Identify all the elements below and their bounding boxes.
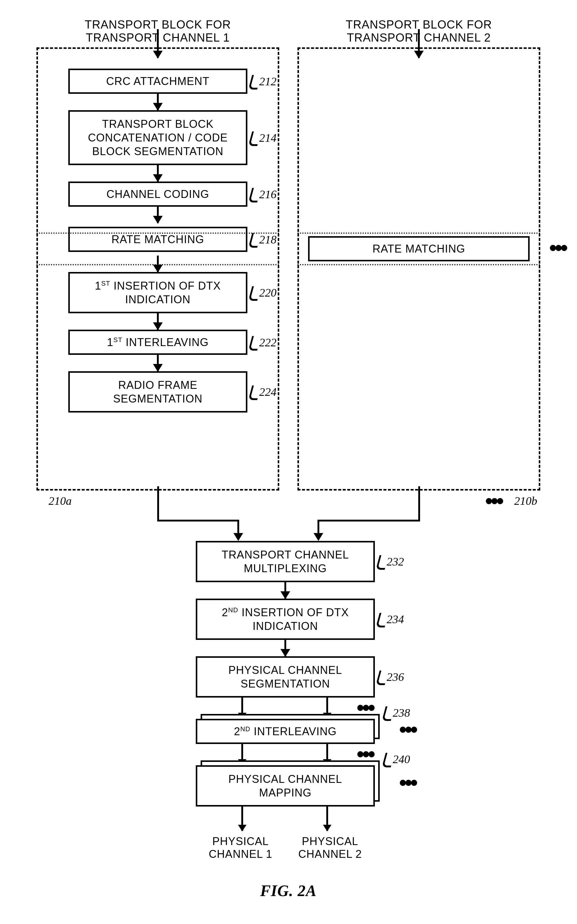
ellipsis-rate: ••• [549,242,566,253]
wrap-212: CRC ATTACHMENT 212 [47,69,269,94]
wrap-240: PHYSICAL CHANNEL MAPPING 240 ••• [196,765,375,806]
merge-area [36,508,540,541]
ref-216: 216 [249,188,277,201]
below-dash-row: 210a ••• 210b [36,494,540,508]
bottom-col: TRANSPORT CHANNEL MULTIPLEXING 232 2ND I… [188,541,382,861]
channel-2-dashed: RATE MATCHING ••• [297,47,540,490]
channel-2-container: RATE MATCHING ••• [297,47,540,490]
ellipsis-238a: ••• [357,702,374,713]
wrap-238: 2ND INTERLEAVING 238 ••• [196,719,375,744]
arrow-216-218 [47,207,269,223]
ellipsis-240b: ••• [399,777,416,788]
ref-220: 220 [249,286,277,299]
ref-224: 224 [249,385,277,398]
ref-214: 214 [249,131,277,145]
block-interleave2: 2ND INTERLEAVING [196,719,375,744]
wrap-224: RADIO FRAME SEGMENTATION 224 [47,371,269,413]
arrow-in-ch1 [157,29,159,58]
rate-band-1 [36,232,279,265]
ellipsis-238b: ••• [399,724,416,735]
block-interleave1: 1ST INTERLEAVING [68,330,247,355]
block-phymap: PHYSICAL CHANNEL MAPPING [196,765,375,806]
arrow-in-ch2 [418,29,420,58]
channels-row: CRC ATTACHMENT 212 TRANSPORT BLOCK CONCA… [36,47,540,490]
ellipsis-240a: ••• [357,749,374,760]
figure-label: FIG. 2A [36,882,540,900]
wrap-216: CHANNEL CODING 216 [47,182,269,207]
ref-236: 236 [376,670,404,684]
channel-1-dashed: CRC ATTACHMENT 212 TRANSPORT BLOCK CONCA… [36,47,279,490]
ref-240: 240 [382,753,410,766]
block-radioseg: RADIO FRAME SEGMENTATION [68,371,247,413]
arrow-220-222 [47,313,269,330]
arrow-234-236 [188,640,382,656]
ref-210b: 210b [514,494,537,508]
ref-234: 234 [376,613,404,626]
arrow-212-214 [47,94,269,110]
block-coding: CHANNEL CODING [68,182,247,207]
channel-1-container: CRC ATTACHMENT 212 TRANSPORT BLOCK CONCA… [36,47,279,490]
ref-232: 232 [376,555,404,568]
block-dtx1: 1ST INSERTION OF DTX INDICATION [68,272,247,313]
ellipsis-channels: ••• [485,496,502,506]
ref-222: 222 [249,336,277,349]
wrap-220: 1ST INSERTION OF DTX INDICATION 220 [47,272,269,313]
block-mux: TRANSPORT CHANNEL MULTIPLEXING [196,541,375,582]
ref-210a: 210a [48,494,72,508]
diagram-root: TRANSPORT BLOCK FOR TRANSPORT CHANNEL 1 … [36,18,540,900]
arrow-214-216 [47,165,269,182]
bottom-section: TRANSPORT CHANNEL MULTIPLEXING 232 2ND I… [36,508,540,861]
wrap-234: 2ND INSERTION OF DTX INDICATION 234 [188,598,382,640]
block-crc: CRC ATTACHMENT [68,69,247,94]
block-physeg: PHYSICAL CHANNEL SEGMENTATION [196,656,375,698]
block-concat: TRANSPORT BLOCK CONCATENATION / CODE BLO… [68,110,247,165]
wrap-232: TRANSPORT CHANNEL MULTIPLEXING 232 [188,541,382,582]
output-1: PHYSICAL CHANNEL 1 [196,835,285,861]
wrap-236: PHYSICAL CHANNEL SEGMENTATION 236 [188,656,382,698]
output-row: PHYSICAL CHANNEL 1 PHYSICAL CHANNEL 2 [196,835,375,861]
rate-band-2 [297,232,540,265]
output-2: PHYSICAL CHANNEL 2 [285,835,375,861]
wrap-214: TRANSPORT BLOCK CONCATENATION / CODE BLO… [47,110,269,165]
block-dtx2: 2ND INSERTION OF DTX INDICATION [196,598,375,640]
ref-212: 212 [249,75,277,88]
arrow-222-224 [47,355,269,371]
multi-arrow-out [196,806,375,831]
arrow-232-234 [188,582,382,598]
header-row: TRANSPORT BLOCK FOR TRANSPORT CHANNEL 1 … [36,18,540,44]
wrap-222: 1ST INTERLEAVING 222 [47,330,269,355]
